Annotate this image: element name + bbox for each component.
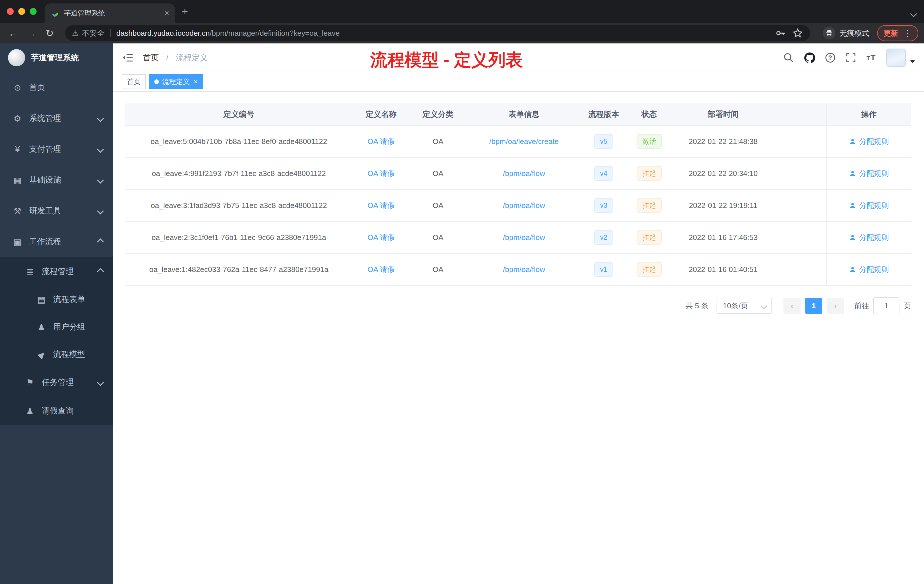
sidebar-item-infrastructure[interactable]: ▦ 基础设施: [0, 165, 113, 195]
sidebar-item-label: 系统管理: [29, 113, 61, 124]
form-link[interactable]: /bpm/oa/flow: [503, 201, 545, 210]
minimize-window-button[interactable]: [18, 8, 25, 15]
sidebar-item-process-model[interactable]: ▶ 流程模型: [0, 341, 113, 368]
column-header: 定义分类: [409, 109, 467, 119]
search-icon[interactable]: [783, 52, 794, 63]
fullscreen-icon[interactable]: [845, 52, 856, 63]
definition-name-link[interactable]: OA 请假: [368, 265, 394, 275]
new-tab-button[interactable]: +: [182, 6, 188, 17]
main-area: 首页 / 流程定义 ? TT: [113, 43, 924, 584]
font-size-icon[interactable]: TT: [866, 53, 876, 62]
next-page-button[interactable]: ›: [827, 298, 844, 314]
tab-close-icon[interactable]: ×: [165, 8, 169, 18]
breadcrumb-home[interactable]: 首页: [143, 53, 159, 62]
tag-label: 流程定义: [162, 77, 190, 86]
chrome-update-button[interactable]: 更新 ⋮: [877, 25, 918, 41]
sidebar-item-task-management[interactable]: ⚑ 任务管理: [0, 368, 113, 397]
address-bar[interactable]: ⚠ 不安全 dashboard.yudao.iocoder.cn/bpm/man…: [65, 25, 810, 41]
sidebar-item-user-group[interactable]: ♟ 用户分组: [0, 313, 113, 341]
url-path: /bpm/manager/definition?key=oa_leave: [210, 29, 340, 38]
sidebar-item-home[interactable]: ⊙ 首页: [0, 72, 113, 103]
column-header: 表单信息: [467, 109, 581, 119]
sidebar-item-leave-query[interactable]: ♟ 请假查询: [0, 397, 113, 425]
page-number-button[interactable]: 1: [805, 298, 822, 314]
definition-name-link[interactable]: OA 请假: [368, 137, 394, 147]
infrastructure-icon: ▦: [13, 175, 22, 185]
browser-menu-icon[interactable]: ⋮: [903, 28, 912, 38]
help-icon[interactable]: ?: [825, 53, 835, 63]
deploy-time: 2022-01-16 01:40:51: [672, 265, 774, 274]
forward-button[interactable]: →: [24, 28, 39, 38]
breadcrumb: 首页 / 流程定义: [143, 52, 208, 63]
workflow-submenu: ≣ 流程管理 ▤ 流程表单 ♟ 用户分组 ▶ 流程模型 ⚑: [0, 257, 113, 425]
sidebar-item-system[interactable]: ⚙ 系统管理: [0, 103, 113, 134]
version-badge: v4: [594, 166, 613, 181]
definition-name-link[interactable]: OA 请假: [368, 168, 394, 178]
github-icon[interactable]: [804, 52, 815, 63]
assign-rule-button[interactable]: 分配规则: [849, 201, 889, 211]
sidebar-item-label: 支付管理: [29, 144, 61, 155]
assign-rule-button[interactable]: 分配规则: [849, 168, 889, 178]
user-avatar[interactable]: [886, 49, 906, 67]
form-link[interactable]: /bpm/oa/flow: [503, 265, 545, 274]
definition-id: oa_leave:2:3c1f0ef1-76b1-11ec-9c66-a2380…: [125, 233, 353, 242]
assign-rule-label: 分配规则: [859, 233, 889, 243]
tag-home[interactable]: 首页: [122, 74, 146, 89]
sidebar-item-workflow[interactable]: ▣ 工作流程: [0, 226, 113, 257]
sidebar-logo[interactable]: 芋道管理系统: [0, 43, 113, 72]
prev-page-button[interactable]: ‹: [784, 298, 800, 314]
tab-strip: 芋道管理系统 × +: [0, 0, 924, 23]
tag-process-definition[interactable]: 流程定义 ×: [149, 74, 203, 89]
form-link[interactable]: /bpm/oa/leave/create: [489, 137, 559, 146]
assign-rule-button[interactable]: 分配规则: [849, 137, 889, 147]
sidebar-item-label: 流程表单: [53, 294, 85, 305]
chevron-down-icon: [760, 302, 767, 309]
definition-name-link[interactable]: OA 请假: [368, 201, 394, 211]
goto-page-input[interactable]: [873, 297, 899, 314]
sidebar-item-devtools[interactable]: ⚒ 研发工具: [0, 195, 113, 226]
password-key-icon[interactable]: [775, 27, 786, 39]
form-link[interactable]: /bpm/oa/flow: [503, 233, 545, 242]
status-badge: 激活: [637, 134, 662, 149]
definition-name-link[interactable]: OA 请假: [368, 233, 394, 243]
deploy-time: 2022-01-22 19:19:11: [672, 201, 774, 210]
assign-rule-button[interactable]: 分配规则: [849, 265, 889, 275]
collapse-sidebar-icon[interactable]: [122, 52, 134, 63]
tag-close-icon[interactable]: ×: [194, 78, 198, 85]
version-badge: v3: [594, 198, 613, 213]
person-icon: [849, 234, 856, 241]
version-badge: v1: [594, 262, 613, 277]
dashboard-icon: ⊙: [13, 82, 22, 92]
form-link[interactable]: /bpm/oa/flow: [503, 169, 545, 178]
column-header: 定义名称: [353, 109, 409, 119]
page-content: 定义编号 定义名称 定义分类 表单信息 流程版本 状态 部署时间 操作 oa_l…: [113, 92, 924, 584]
omnibox-divider: [110, 29, 111, 37]
chevron-down-icon: [97, 177, 104, 183]
sidebar-item-label: 请假查询: [42, 406, 74, 416]
page-size-select[interactable]: 10条/页: [716, 298, 772, 314]
tab-search-chevron-icon[interactable]: [911, 8, 916, 18]
app-window: 芋道管理系统 ⊙ 首页 ⚙ 系统管理 ¥ 支付管理 ▦ 基础设施: [0, 43, 924, 584]
back-button[interactable]: ←: [6, 28, 21, 38]
sidebar-item-label: 基础设施: [29, 175, 61, 185]
navbar-actions: ? TT: [783, 49, 915, 67]
not-secure-label[interactable]: 不安全: [82, 28, 104, 38]
definition-category: OA: [409, 169, 467, 178]
zoom-window-button[interactable]: [30, 8, 36, 15]
chevron-down-icon: [97, 146, 104, 153]
browser-tab[interactable]: 芋道管理系统 ×: [45, 3, 175, 23]
avatar-caret-icon[interactable]: [910, 60, 915, 63]
version-badge: v2: [594, 230, 613, 245]
assign-rule-button[interactable]: 分配规则: [849, 233, 889, 243]
sidebar-item-process-management[interactable]: ≣ 流程管理: [0, 257, 113, 286]
sidebar-item-payment[interactable]: ¥ 支付管理: [0, 134, 113, 165]
sidebar-item-label: 流程模型: [53, 349, 85, 360]
sidebar-item-process-form[interactable]: ▤ 流程表单: [0, 286, 113, 313]
close-window-button[interactable]: [7, 8, 14, 15]
url-text[interactable]: dashboard.yudao.iocoder.cn/bpm/manager/d…: [116, 29, 340, 38]
deploy-time: 2022-01-16 17:46:53: [672, 233, 774, 242]
assign-rule-label: 分配规则: [859, 201, 889, 211]
deploy-time: 2022-01-22 21:48:38: [672, 137, 774, 146]
reload-button[interactable]: ↻: [42, 28, 57, 38]
bookmark-star-icon[interactable]: [792, 27, 804, 39]
